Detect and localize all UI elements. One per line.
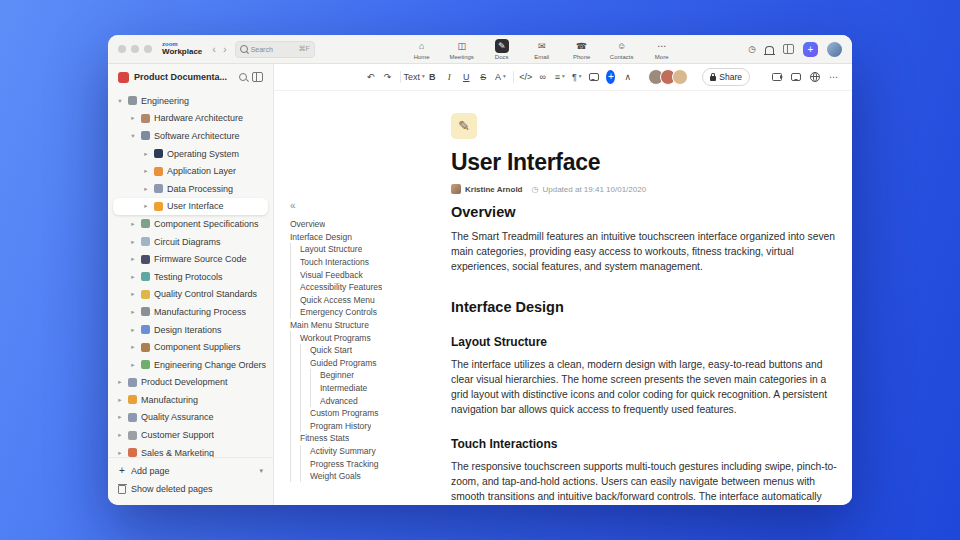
video-record-icon[interactable] bbox=[772, 73, 782, 81]
chevron-down-icon[interactable]: ▾ bbox=[129, 132, 137, 140]
outline-item-interface-design[interactable]: Interface Design bbox=[290, 231, 442, 244]
sidebar-page-sales-marketing[interactable]: ▸Sales & Marketing bbox=[113, 444, 268, 457]
sidebar-page-manufacturing[interactable]: ▸Manufacturing bbox=[113, 391, 268, 409]
doc-paragraph[interactable]: The Smart Treadmill features an intuitiv… bbox=[451, 230, 843, 275]
top-tab-meetings[interactable]: ◫Meetings bbox=[447, 39, 477, 60]
panel-toggle-icon[interactable] bbox=[783, 44, 794, 54]
outline-item-emergency-controls[interactable]: Emergency Controls bbox=[290, 306, 442, 319]
doc-heading-interface-design[interactable]: Interface Design bbox=[451, 299, 843, 315]
sidebar-page-component-specifications[interactable]: ▸Component Specifications bbox=[113, 215, 268, 233]
chevron-right-icon[interactable]: ▸ bbox=[142, 150, 150, 158]
doc-title[interactable]: User Interface bbox=[451, 149, 843, 176]
chevron-right-icon[interactable]: ▸ bbox=[129, 273, 137, 281]
user-avatar[interactable] bbox=[827, 42, 842, 57]
chevron-right-icon[interactable]: ▸ bbox=[129, 361, 137, 369]
sidebar-page-customer-support[interactable]: ▸Customer Support bbox=[113, 426, 268, 444]
top-tab-more[interactable]: ⋯More bbox=[647, 39, 677, 60]
text-color-dropdown[interactable]: A▾ bbox=[496, 73, 505, 82]
doc-emoji-icon[interactable]: ✎ bbox=[451, 113, 477, 139]
global-search-input[interactable]: Search ⌘F bbox=[235, 41, 315, 58]
show-deleted-pages-button[interactable]: Show deleted pages bbox=[118, 481, 263, 496]
new-item-button[interactable]: + bbox=[803, 42, 818, 57]
bold-button[interactable]: B bbox=[428, 73, 437, 82]
outline-item-layout-structure[interactable]: Layout Structure bbox=[290, 243, 442, 256]
add-page-button[interactable]: + Add page ▾ bbox=[118, 463, 263, 478]
paragraph-dropdown[interactable]: ¶▾ bbox=[572, 73, 581, 82]
chevron-right-icon[interactable]: ▸ bbox=[129, 290, 137, 298]
share-button[interactable]: Share bbox=[702, 68, 750, 86]
code-button[interactable]: </> bbox=[521, 73, 530, 82]
maximize-button[interactable] bbox=[144, 45, 152, 53]
collaborator-avatar[interactable] bbox=[672, 69, 688, 85]
outline-item-workout-programs[interactable]: Workout Programs bbox=[290, 331, 442, 344]
collapse-toolbar-button[interactable]: ∧ bbox=[623, 73, 632, 82]
redo-button[interactable]: ↷ bbox=[383, 73, 392, 82]
top-tab-contacts[interactable]: ☺Contacts bbox=[607, 39, 637, 60]
comments-panel-icon[interactable] bbox=[791, 73, 801, 81]
sidebar-page-component-suppliers[interactable]: ▸Component Suppliers bbox=[113, 338, 268, 356]
sidebar-page-manufacturing-process[interactable]: ▸Manufacturing Process bbox=[113, 303, 268, 321]
strikethrough-button[interactable]: S bbox=[479, 73, 488, 82]
insert-button[interactable]: + bbox=[606, 70, 615, 84]
sidebar-page-software-architecture[interactable]: ▾Software Architecture bbox=[113, 127, 268, 145]
outline-collapse-icon[interactable]: « bbox=[290, 201, 442, 211]
top-tab-home[interactable]: ⌂Home bbox=[407, 39, 437, 60]
globe-icon[interactable] bbox=[810, 72, 820, 82]
document-canvas[interactable]: ✎ User Interface Kristine Arnold ◷ Updat… bbox=[451, 91, 843, 505]
outline-item-quick-access-menu[interactable]: Quick Access Menu bbox=[290, 294, 442, 307]
more-options-button[interactable]: ⋯ bbox=[829, 73, 838, 82]
top-tab-phone[interactable]: ☎Phone bbox=[567, 39, 597, 60]
doc-paragraph[interactable]: The interface utilizes a clean, modern d… bbox=[451, 358, 843, 418]
sidebar-search-icon[interactable] bbox=[239, 73, 247, 81]
text-style-dropdown[interactable]: Text▾ bbox=[409, 73, 420, 82]
sidebar-page-data-processing[interactable]: ▸Data Processing bbox=[113, 180, 268, 198]
outline-item-program-history[interactable]: Program History bbox=[290, 420, 442, 433]
chevron-right-icon[interactable]: ▸ bbox=[129, 326, 137, 334]
outline-item-touch-interactions[interactable]: Touch Interactions bbox=[290, 256, 442, 269]
sidebar-page-circuit-diagrams[interactable]: ▸Circuit Diagrams bbox=[113, 233, 268, 251]
doc-heading-layout-structure[interactable]: Layout Structure bbox=[451, 335, 843, 349]
outline-item-advanced[interactable]: Advanced bbox=[290, 394, 442, 407]
outline-item-main-menu-structure[interactable]: Main Menu Structure bbox=[290, 319, 442, 332]
close-button[interactable] bbox=[118, 45, 126, 53]
link-button[interactable]: ∞ bbox=[538, 73, 547, 82]
sidebar-collapse-icon[interactable] bbox=[252, 72, 263, 82]
chevron-right-icon[interactable]: ▸ bbox=[142, 167, 150, 175]
chevron-right-icon[interactable]: ▸ bbox=[129, 343, 137, 351]
comment-button[interactable] bbox=[589, 73, 598, 81]
outline-item-custom-programs[interactable]: Custom Programs bbox=[290, 407, 442, 420]
chevron-right-icon[interactable]: ▸ bbox=[142, 202, 150, 210]
sidebar-page-product-development[interactable]: ▸Product Development bbox=[113, 374, 268, 392]
outline-item-progress-tracking[interactable]: Progress Tracking bbox=[290, 457, 442, 470]
top-tab-docs[interactable]: ✎Docs bbox=[487, 39, 517, 60]
chevron-right-icon[interactable]: ▸ bbox=[116, 449, 124, 457]
outline-item-accessibility-features[interactable]: Accessibility Features bbox=[290, 281, 442, 294]
sidebar-page-firmware-source-code[interactable]: ▸Firmware Source Code bbox=[113, 250, 268, 268]
back-button[interactable]: ‹ bbox=[212, 44, 216, 55]
outline-item-activity-summary[interactable]: Activity Summary bbox=[290, 445, 442, 458]
sidebar-page-design-iterations[interactable]: ▸Design Iterations bbox=[113, 321, 268, 339]
sidebar-page-testing-protocols[interactable]: ▸Testing Protocols bbox=[113, 268, 268, 286]
outline-item-overview[interactable]: Overview bbox=[290, 218, 442, 231]
sidebar-page-engineering-change-orders[interactable]: ▸Engineering Change Orders bbox=[113, 356, 268, 374]
sidebar-page-quality-assurance[interactable]: ▸Quality Assurance bbox=[113, 409, 268, 427]
doc-heading-touch-interactions[interactable]: Touch Interactions bbox=[451, 437, 843, 451]
chevron-right-icon[interactable]: ▸ bbox=[129, 114, 137, 122]
forward-button[interactable]: › bbox=[223, 44, 227, 55]
sidebar-page-engineering[interactable]: ▾Engineering bbox=[113, 92, 268, 110]
undo-button[interactable]: ↶ bbox=[366, 73, 375, 82]
history-icon[interactable]: ◷ bbox=[748, 45, 756, 54]
top-tab-email[interactable]: ✉Email bbox=[527, 39, 557, 60]
chevron-right-icon[interactable]: ▸ bbox=[129, 308, 137, 316]
sidebar-page-hardware-architecture[interactable]: ▸Hardware Architecture bbox=[113, 110, 268, 128]
doc-heading-overview[interactable]: Overview bbox=[451, 204, 843, 220]
doc-paragraph[interactable]: The responsive touchscreen supports mult… bbox=[451, 460, 843, 505]
outline-item-fitness-stats[interactable]: Fitness Stats bbox=[290, 432, 442, 445]
outline-item-intermediate[interactable]: Intermediate bbox=[290, 382, 442, 395]
chevron-right-icon[interactable]: ▸ bbox=[116, 413, 124, 421]
chevron-right-icon[interactable]: ▸ bbox=[116, 378, 124, 386]
outline-item-weight-goals[interactable]: Weight Goals bbox=[290, 470, 442, 483]
sidebar-page-operating-system[interactable]: ▸Operating System bbox=[113, 145, 268, 163]
chevron-right-icon[interactable]: ▸ bbox=[129, 220, 137, 228]
outline-item-quick-start[interactable]: Quick Start bbox=[290, 344, 442, 357]
